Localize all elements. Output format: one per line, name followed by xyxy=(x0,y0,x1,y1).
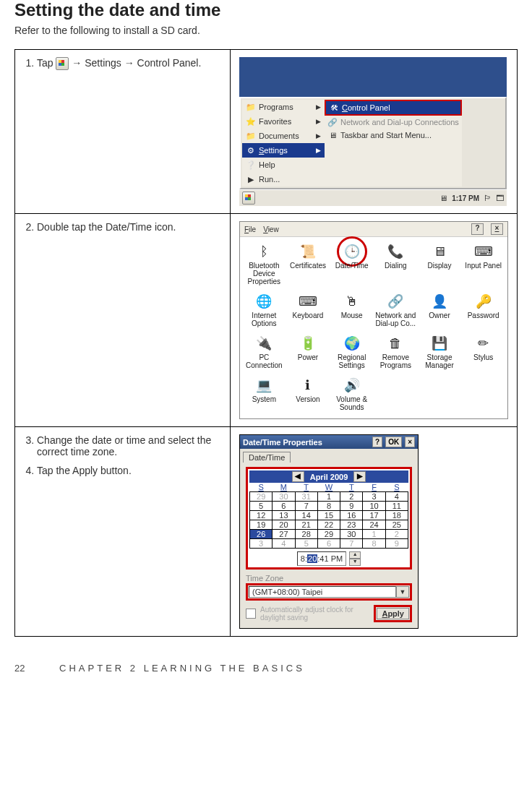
cal-day[interactable]: 3 xyxy=(250,539,273,549)
cp-label: Date/Time xyxy=(335,262,369,270)
cp-item-internet-options[interactable]: 🌐Internet Options xyxy=(243,291,286,327)
apply-button[interactable]: Apply xyxy=(377,608,409,619)
taskbar-start-icon[interactable] xyxy=(242,192,255,205)
time-spin-up[interactable]: ▲ xyxy=(349,551,361,559)
cal-day[interactable]: 8 xyxy=(363,539,385,549)
timezone-select[interactable]: (GMT+08:00) Taipei xyxy=(249,586,396,598)
cp-menu-view[interactable]: View xyxy=(263,225,279,233)
cal-day[interactable]: 12 xyxy=(250,511,273,520)
cal-day[interactable]: 19 xyxy=(250,520,273,530)
cal-day[interactable]: 23 xyxy=(340,520,363,530)
cp-item-pc-connection[interactable]: 🔌PC Connection xyxy=(243,333,286,369)
cp-item-input-panel[interactable]: ⌨Input Panel xyxy=(462,241,505,285)
dst-checkbox[interactable] xyxy=(246,609,256,619)
cal-day[interactable]: 25 xyxy=(385,520,408,530)
cp-icon: 🗑 xyxy=(385,333,406,353)
menu-run[interactable]: ▶Run... xyxy=(242,172,325,186)
cal-day[interactable]: 11 xyxy=(385,502,408,511)
cp-item-remove-programs[interactable]: 🗑Remove Programs xyxy=(374,333,417,369)
cp-item-mouse[interactable]: 🖱Mouse xyxy=(330,291,373,327)
cal-day[interactable]: 14 xyxy=(295,511,317,520)
cal-day[interactable]: 30 xyxy=(340,530,363,539)
cal-day[interactable]: 5 xyxy=(250,502,273,511)
cal-day[interactable]: 16 xyxy=(340,511,363,520)
cal-day[interactable]: 24 xyxy=(363,520,385,530)
cal-day[interactable]: 1 xyxy=(363,530,385,539)
cp-label: Regional Settings xyxy=(330,353,373,369)
menu-help[interactable]: ❔Help xyxy=(242,158,325,172)
submenu-taskbar[interactable]: 🖥Taskbar and Start Menu... xyxy=(325,129,462,142)
cp-item-system[interactable]: 💻System xyxy=(243,375,286,411)
cp-menu-file[interactable]: File xyxy=(244,225,256,233)
cp-item-display[interactable]: 🖥Display xyxy=(419,241,461,285)
cal-day[interactable]: 30 xyxy=(273,492,295,502)
cal-day[interactable]: 9 xyxy=(385,539,408,549)
cal-day[interactable]: 29 xyxy=(250,492,273,502)
timezone-dropdown-arrow[interactable]: ▼ xyxy=(396,586,409,598)
cal-day[interactable]: 7 xyxy=(340,539,363,549)
cal-day[interactable]: 3 xyxy=(363,492,385,502)
step-1: Tap → Settings → Control Panel. xyxy=(37,57,221,70)
cal-day[interactable]: 26 xyxy=(250,530,273,539)
menu-documents[interactable]: 📁Documents▶ xyxy=(242,129,325,143)
time-spin-down[interactable]: ▼ xyxy=(349,559,361,566)
cp-item-power[interactable]: 🔋Power xyxy=(287,333,330,369)
cal-day[interactable]: 29 xyxy=(317,530,340,539)
cal-day[interactable]: 15 xyxy=(317,511,340,520)
help-button[interactable]: ? xyxy=(471,223,484,235)
cp-item-network-and-dial-up-co[interactable]: 🔗Network and Dial-up Co... xyxy=(374,291,417,327)
cp-item-regional-settings[interactable]: 🌍Regional Settings xyxy=(330,333,373,369)
cal-day[interactable]: 8 xyxy=(317,502,340,511)
cp-item-storage-manager[interactable]: 💾Storage Manager xyxy=(419,333,461,369)
cal-day[interactable]: 2 xyxy=(385,530,408,539)
dialog-title: Date/Time Properties xyxy=(243,438,369,447)
cal-day[interactable]: 27 xyxy=(273,530,295,539)
cal-day[interactable]: 6 xyxy=(273,502,295,511)
cal-day[interactable]: 6 xyxy=(317,539,340,549)
cal-day[interactable]: 17 xyxy=(363,511,385,520)
time-input[interactable]: 8:20:41 PM xyxy=(297,551,346,566)
tray-icon[interactable]: 🖥 xyxy=(439,194,447,202)
cal-day[interactable]: 31 xyxy=(295,492,317,502)
cal-day[interactable]: 10 xyxy=(363,502,385,511)
submenu-network[interactable]: 🔗Network and Dial-up Connections xyxy=(325,116,462,129)
cp-item-stylus[interactable]: ✏Stylus xyxy=(462,333,505,369)
cal-day[interactable]: 7 xyxy=(295,502,317,511)
dialog-ok-button[interactable]: OK xyxy=(385,437,402,447)
cp-item-date-time[interactable]: 🕒Date/Time xyxy=(330,241,373,285)
menu-favorites[interactable]: ⭐Favorites▶ xyxy=(242,114,325,129)
dialog-close-button[interactable]: × xyxy=(405,437,415,447)
cal-next-month[interactable]: ▶ xyxy=(353,471,366,482)
cp-item-dialing[interactable]: 📞Dialing xyxy=(374,241,417,285)
cal-day[interactable]: 9 xyxy=(340,502,363,511)
cp-item-volume-sounds[interactable]: 🔊Volume & Sounds xyxy=(330,375,373,411)
cp-item-certificates[interactable]: 📜Certificates xyxy=(287,241,330,285)
cp-item-password[interactable]: 🔑Password xyxy=(462,291,505,327)
cp-item-bluetooth-device-properties[interactable]: ᛒBluetooth Device Properties xyxy=(243,241,286,285)
cal-day[interactable]: 22 xyxy=(317,520,340,530)
cal-day[interactable]: 4 xyxy=(385,492,408,502)
dialog-help-button[interactable]: ? xyxy=(372,437,382,447)
tab-datetime[interactable]: Date/Time xyxy=(243,452,291,463)
cp-item-keyboard[interactable]: ⌨Keyboard xyxy=(287,291,330,327)
submenu-control-panel[interactable]: 🛠Control Panel xyxy=(325,100,462,116)
cal-day[interactable]: 13 xyxy=(273,511,295,520)
cal-day[interactable]: 28 xyxy=(295,530,317,539)
menu-programs[interactable]: 📁Programs▶ xyxy=(242,100,325,114)
cp-item-version[interactable]: ℹVersion xyxy=(287,375,330,411)
cal-day[interactable]: 5 xyxy=(295,539,317,549)
menu-settings[interactable]: ⚙Settings▶ xyxy=(242,143,325,158)
cal-day[interactable]: 18 xyxy=(385,511,408,520)
calendar-grid[interactable]: SMTWTFS 29303112345678910111213141516171… xyxy=(249,483,408,549)
cal-day[interactable]: 1 xyxy=(317,492,340,502)
show-desktop-icon[interactable]: 🗔 xyxy=(496,194,504,202)
cal-day[interactable]: 2 xyxy=(340,492,363,502)
close-button[interactable]: × xyxy=(491,223,503,235)
cp-icon: 🕒 xyxy=(342,241,362,262)
cal-day[interactable]: 4 xyxy=(273,539,295,549)
cp-item-owner[interactable]: 👤Owner xyxy=(419,291,461,327)
tray-icon-2[interactable]: 🏳 xyxy=(484,194,492,202)
cal-day[interactable]: 21 xyxy=(295,520,317,530)
cal-day[interactable]: 20 xyxy=(273,520,295,530)
cal-prev-month[interactable]: ◀ xyxy=(292,471,304,482)
